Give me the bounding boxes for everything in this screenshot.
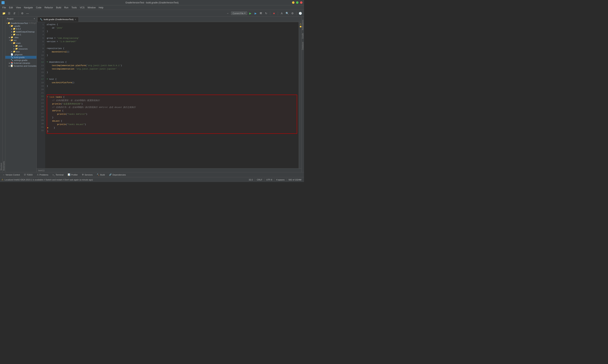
toolbar-sort-btn[interactable]: ⇵	[12, 11, 17, 16]
bottom-tab-services[interactable]: ⚙ Services	[80, 173, 94, 176]
close-button[interactable]	[300, 1, 302, 4]
menu-file[interactable]: File	[1, 6, 7, 9]
statusbar-notification[interactable]: Localized IntelliJ IDEA 2023.1 is availa…	[5, 179, 93, 181]
tree-item-buildgradle[interactable]: ▶ 🔧 build.gradle	[5, 56, 37, 59]
menu-run[interactable]: Run	[63, 6, 70, 9]
maximize-button[interactable]	[296, 1, 298, 4]
statusbar-encoding[interactable]: UTF-8	[265, 179, 273, 181]
line-num-15: 15	[37, 71, 44, 74]
statusbar-position[interactable]: 32:2	[247, 179, 254, 181]
warning-icon: ⚠	[300, 23, 301, 25]
tree-item-test[interactable]: ▶ 📁 test	[5, 50, 37, 53]
menu-window[interactable]: Window	[86, 6, 97, 9]
line-num-29: 29	[37, 118, 44, 122]
tree-item-idea[interactable]: ▶ 📁 .idea	[5, 36, 37, 39]
line-num-14: 14	[37, 67, 44, 71]
toolbar-project-btn[interactable]: 📁	[1, 11, 6, 16]
services-label: Services	[85, 174, 92, 176]
tree-item-boc[interactable]: ▶ 📁 buildOutputCleanup	[5, 30, 37, 33]
bottom-tab-versioncontrol[interactable]: ↔ Version Control	[1, 173, 22, 176]
tree-item-vcs1[interactable]: ▶ 📁 vcs-1	[5, 33, 37, 36]
gradle-panel-label[interactable]: Gradle	[301, 32, 304, 40]
toolbar-collapse-btn[interactable]: ―	[25, 11, 30, 16]
toolbar-search-btn[interactable]: 🔍	[285, 11, 289, 16]
tree-label-buildgradle: build.gradle	[14, 56, 25, 59]
statusbar: ⚠ Localized IntelliJ IDEA 2023.1 is avai…	[0, 177, 304, 182]
database-panel-label[interactable]: Database	[301, 40, 304, 52]
tree-item-802[interactable]: ▶ 📁 8.0.2	[5, 27, 37, 30]
statusbar-indent[interactable]: 4 spaces	[275, 179, 286, 181]
code-line-28: }	[47, 116, 297, 119]
menu-navigate[interactable]: Navigate	[22, 6, 34, 9]
statusbar-memory[interactable]: 582 of 1024M	[287, 179, 302, 181]
toolbar-back-btn[interactable]: ←	[226, 11, 230, 16]
project-header-label: Project	[7, 18, 13, 20]
code-line-10: }	[47, 53, 297, 57]
toolbar-build-btn[interactable]: 🛠	[259, 11, 263, 16]
bottom-tab-profiler[interactable]: 📊 Profiler	[66, 173, 80, 176]
code-line-3: }	[47, 30, 297, 33]
project-panel: Project ▾ ▾ 📁 GradleVersionTest D:/DingJ…	[5, 17, 37, 172]
tree-item-gitignore[interactable]: ▶ 📄 .gitignore	[5, 53, 37, 56]
tree-item-resources[interactable]: ▶ 📁 resources	[5, 47, 37, 50]
bottom-tab-todo[interactable]: ☑ TODO	[22, 173, 35, 176]
code-content[interactable]: plugins { id 'java' } group = 'com.dingj…	[45, 22, 299, 168]
bookmarks-label[interactable]: Bookmarks	[2, 160, 5, 172]
tree-label-scratches: Scratches and Consoles	[14, 65, 37, 67]
statusbar-linesep[interactable]: CRLF	[256, 179, 263, 181]
bottom-tab-build[interactable]: 🔨 Build	[95, 173, 107, 176]
tree-label-test: test	[16, 51, 20, 53]
toolbar-settings-btn[interactable]: ⚙	[20, 11, 25, 16]
menu-refactor[interactable]: Refactor	[43, 6, 54, 9]
menu-help[interactable]: Help	[97, 6, 105, 9]
menu-vcs[interactable]: VCS	[78, 6, 86, 9]
tree-label-root: GradleVersionTest	[11, 22, 28, 24]
bottom-tab-problems[interactable]: ⚠ Problems	[35, 173, 50, 176]
menu-build[interactable]: Build	[54, 6, 63, 9]
fold-icon-22[interactable]: ▼	[47, 95, 49, 99]
structure-label[interactable]: Structure	[0, 161, 3, 172]
toolbar-run2-btn[interactable]: ▶	[253, 11, 258, 16]
fold-icon-17[interactable]: ▼	[47, 78, 49, 81]
menu-code[interactable]: Code	[34, 6, 43, 9]
tree-item-extlibs[interactable]: ▶ 📚 External Libraries	[5, 62, 37, 65]
tree-item-root[interactable]: ▾ 📁 GradleVersionTest D:/DingJiaxiong/..…	[5, 22, 37, 25]
tree-item-main[interactable]: ▾ 📂 main	[5, 42, 37, 44]
warning-scroll-marker	[300, 26, 301, 27]
titlebar: GradleVersionTest - build.gradle (Gradle…	[0, 0, 304, 5]
toolbar-run-btn[interactable]: ▶	[248, 11, 253, 16]
tree-label-settingsgradle: settings.gradle	[14, 59, 27, 61]
bottom-tab-terminal[interactable]: >_ Terminal	[51, 173, 65, 176]
tree-item-gradle-dir[interactable]: ▾ 📂 .gradle	[5, 25, 37, 27]
code-line-25: // 任务的行为：在（生命周期的）执行阶段执行 doFirst 会在 doLas…	[47, 106, 297, 109]
toolbar-refresh-btn[interactable]: ↻	[264, 11, 269, 16]
tree-arrow-main: ▾	[11, 42, 13, 44]
services-icon: ⚙	[82, 173, 84, 176]
fold-icon-12[interactable]: ▼	[47, 60, 49, 64]
line-num-13: 13	[37, 64, 44, 67]
tree-item-src[interactable]: ▾ 📂 src	[5, 39, 37, 42]
tree-item-java[interactable]: ▶ 📁 java	[5, 44, 37, 47]
tree-item-settingsgradle[interactable]: ▶ 🔧 settings.gradle	[5, 59, 37, 62]
task-block-highlight: ▼ task task1 { // 任务的配置段：在（生命周期的）配置阶段执行 …	[47, 95, 297, 134]
toolbar-list-btn[interactable]: ☰	[7, 11, 11, 16]
current-file-dropdown[interactable]: Current File ▾	[231, 11, 247, 15]
toolbar-more-btn[interactable]: ⚙	[290, 11, 295, 16]
code-line-21	[47, 91, 297, 95]
toolbar-stop-btn[interactable]: ■	[272, 11, 276, 16]
tab-close-icon[interactable]: ✕	[75, 18, 76, 21]
right-warning-gutter: ⚠ 1 ▲ ▼	[299, 22, 301, 168]
code-line-18: useJUnitPlatform()	[47, 81, 297, 84]
warning-count-area: ⚠ 1 ▲ ▼	[299, 22, 301, 26]
menu-edit[interactable]: Edit	[7, 6, 14, 9]
minimize-button[interactable]	[292, 1, 295, 4]
tab-buildgradle[interactable]: 🔧 build.gradle (GradleVersionTest) ✕	[38, 17, 79, 22]
toolbar-translate-btn[interactable]: A	[280, 11, 284, 16]
notifications-panel-label[interactable]: Notifications	[301, 18, 304, 32]
menu-view[interactable]: View	[14, 6, 22, 9]
bottom-tab-dependencies[interactable]: 🔗 Dependencies	[107, 173, 128, 176]
menu-tools[interactable]: Tools	[70, 6, 78, 9]
toolbar-git-btn[interactable]: 🕐	[298, 11, 302, 16]
tree-item-scratches[interactable]: ▶ 📝 Scratches and Consoles	[5, 65, 37, 67]
line-num-4: 4	[37, 33, 44, 37]
